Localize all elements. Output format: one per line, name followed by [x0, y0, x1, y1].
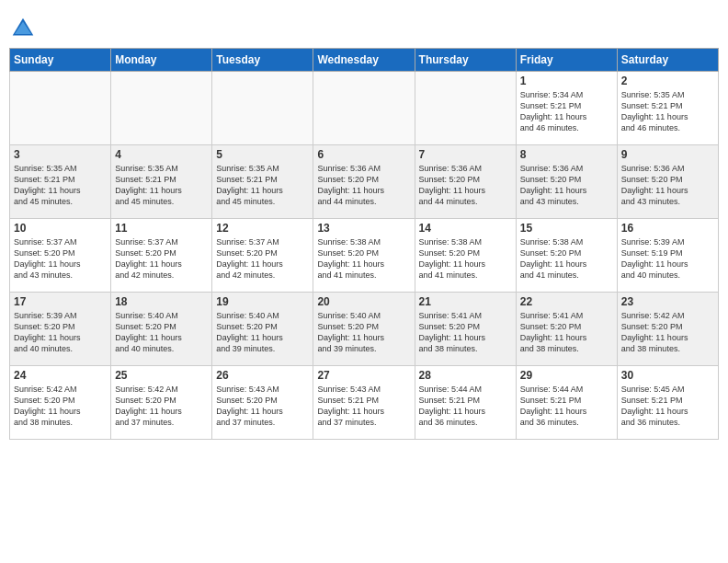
- day-info: Sunrise: 5:42 AMSunset: 5:20 PMDaylight:…: [621, 310, 714, 355]
- day-info: Sunrise: 5:43 AMSunset: 5:21 PMDaylight:…: [317, 384, 410, 429]
- calendar-cell: 13Sunrise: 5:38 AMSunset: 5:20 PMDayligh…: [313, 219, 415, 293]
- calendar-cell: [313, 72, 415, 145]
- day-number: 28: [419, 369, 512, 382]
- day-info: Sunrise: 5:40 AMSunset: 5:20 PMDaylight:…: [216, 310, 309, 355]
- calendar-cell: 3Sunrise: 5:35 AMSunset: 5:21 PMDaylight…: [10, 145, 111, 219]
- day-info: Sunrise: 5:44 AMSunset: 5:21 PMDaylight:…: [419, 384, 512, 429]
- calendar-cell: 10Sunrise: 5:37 AMSunset: 5:20 PMDayligh…: [10, 219, 111, 293]
- day-info: Sunrise: 5:37 AMSunset: 5:20 PMDaylight:…: [14, 236, 107, 282]
- calendar-cell: 4Sunrise: 5:35 AMSunset: 5:21 PMDaylight…: [111, 145, 212, 219]
- calendar-cell: 20Sunrise: 5:40 AMSunset: 5:20 PMDayligh…: [313, 293, 415, 366]
- day-number: 26: [216, 369, 309, 382]
- day-info: Sunrise: 5:34 AMSunset: 5:21 PMDaylight:…: [520, 89, 613, 134]
- day-number: 9: [621, 148, 714, 161]
- day-info: Sunrise: 5:42 AMSunset: 5:20 PMDaylight:…: [115, 384, 208, 429]
- calendar-cell: 5Sunrise: 5:35 AMSunset: 5:21 PMDaylight…: [212, 145, 313, 219]
- calendar-cell: 11Sunrise: 5:37 AMSunset: 5:20 PMDayligh…: [111, 219, 212, 293]
- day-info: Sunrise: 5:38 AMSunset: 5:20 PMDaylight:…: [520, 236, 613, 282]
- day-number: 18: [115, 295, 208, 308]
- day-info: Sunrise: 5:42 AMSunset: 5:20 PMDaylight:…: [14, 384, 107, 429]
- weekday-header-saturday: Saturday: [617, 49, 718, 72]
- day-number: 21: [419, 295, 512, 308]
- day-number: 4: [115, 148, 208, 161]
- day-info: Sunrise: 5:35 AMSunset: 5:21 PMDaylight:…: [216, 163, 309, 208]
- day-info: Sunrise: 5:43 AMSunset: 5:20 PMDaylight:…: [216, 384, 309, 429]
- weekday-header-friday: Friday: [516, 49, 617, 72]
- day-number: 23: [621, 295, 714, 308]
- weekday-header-sunday: Sunday: [10, 49, 111, 72]
- calendar-cell: 27Sunrise: 5:43 AMSunset: 5:21 PMDayligh…: [313, 366, 415, 440]
- calendar-cell: 7Sunrise: 5:36 AMSunset: 5:20 PMDaylight…: [415, 145, 516, 219]
- calendar-week-row: 24Sunrise: 5:42 AMSunset: 5:20 PMDayligh…: [10, 366, 719, 440]
- calendar-week-row: 10Sunrise: 5:37 AMSunset: 5:20 PMDayligh…: [10, 219, 719, 293]
- calendar-cell: 24Sunrise: 5:42 AMSunset: 5:20 PMDayligh…: [10, 366, 111, 440]
- calendar-cell: 9Sunrise: 5:36 AMSunset: 5:20 PMDaylight…: [617, 145, 718, 219]
- weekday-header-row: SundayMondayTuesdayWednesdayThursdayFrid…: [10, 49, 719, 72]
- calendar-week-row: 3Sunrise: 5:35 AMSunset: 5:21 PMDaylight…: [10, 145, 719, 219]
- day-number: 2: [621, 75, 714, 87]
- calendar-cell: 15Sunrise: 5:38 AMSunset: 5:20 PMDayligh…: [516, 219, 617, 293]
- calendar-cell: 6Sunrise: 5:36 AMSunset: 5:20 PMDaylight…: [313, 145, 415, 219]
- calendar-cell: 21Sunrise: 5:41 AMSunset: 5:20 PMDayligh…: [415, 293, 516, 366]
- calendar-table: SundayMondayTuesdayWednesdayThursdayFrid…: [9, 48, 719, 440]
- logo: [9, 15, 39, 42]
- calendar-cell: 12Sunrise: 5:37 AMSunset: 5:20 PMDayligh…: [212, 219, 313, 293]
- day-number: 17: [14, 295, 107, 308]
- calendar-cell: 28Sunrise: 5:44 AMSunset: 5:21 PMDayligh…: [415, 366, 516, 440]
- calendar-cell: 14Sunrise: 5:38 AMSunset: 5:20 PMDayligh…: [415, 219, 516, 293]
- day-info: Sunrise: 5:35 AMSunset: 5:21 PMDaylight:…: [115, 163, 208, 208]
- logo-icon: [9, 15, 37, 42]
- day-number: 1: [520, 75, 613, 87]
- calendar-cell: 16Sunrise: 5:39 AMSunset: 5:19 PMDayligh…: [617, 219, 718, 293]
- day-info: Sunrise: 5:37 AMSunset: 5:20 PMDaylight:…: [216, 236, 309, 282]
- day-info: Sunrise: 5:40 AMSunset: 5:20 PMDaylight:…: [317, 310, 410, 355]
- calendar-cell: 22Sunrise: 5:41 AMSunset: 5:20 PMDayligh…: [516, 293, 617, 366]
- calendar-cell: 1Sunrise: 5:34 AMSunset: 5:21 PMDaylight…: [516, 72, 617, 145]
- day-number: 29: [520, 369, 613, 382]
- day-info: Sunrise: 5:35 AMSunset: 5:21 PMDaylight:…: [621, 89, 714, 134]
- page-header: [9, 9, 719, 42]
- day-number: 8: [520, 148, 613, 161]
- calendar-cell: 23Sunrise: 5:42 AMSunset: 5:20 PMDayligh…: [617, 293, 718, 366]
- calendar-cell: 2Sunrise: 5:35 AMSunset: 5:21 PMDaylight…: [617, 72, 718, 145]
- day-number: 5: [216, 148, 309, 161]
- day-number: 25: [115, 369, 208, 382]
- weekday-header-thursday: Thursday: [415, 49, 516, 72]
- day-info: Sunrise: 5:41 AMSunset: 5:20 PMDaylight:…: [520, 310, 613, 355]
- day-number: 24: [14, 369, 107, 382]
- day-info: Sunrise: 5:35 AMSunset: 5:21 PMDaylight:…: [14, 163, 107, 208]
- day-number: 3: [14, 148, 107, 161]
- day-number: 14: [419, 222, 512, 235]
- day-number: 20: [317, 295, 410, 308]
- day-info: Sunrise: 5:37 AMSunset: 5:20 PMDaylight:…: [115, 236, 208, 282]
- calendar-cell: 19Sunrise: 5:40 AMSunset: 5:20 PMDayligh…: [212, 293, 313, 366]
- calendar-cell: [111, 72, 212, 145]
- day-info: Sunrise: 5:39 AMSunset: 5:19 PMDaylight:…: [621, 236, 714, 282]
- calendar-week-row: 1Sunrise: 5:34 AMSunset: 5:21 PMDaylight…: [10, 72, 719, 145]
- calendar-cell: 29Sunrise: 5:44 AMSunset: 5:21 PMDayligh…: [516, 366, 617, 440]
- calendar-cell: 17Sunrise: 5:39 AMSunset: 5:20 PMDayligh…: [10, 293, 111, 366]
- day-info: Sunrise: 5:36 AMSunset: 5:20 PMDaylight:…: [520, 163, 613, 208]
- day-number: 15: [520, 222, 613, 235]
- day-info: Sunrise: 5:36 AMSunset: 5:20 PMDaylight:…: [621, 163, 714, 208]
- calendar-cell: 18Sunrise: 5:40 AMSunset: 5:20 PMDayligh…: [111, 293, 212, 366]
- calendar-cell: [212, 72, 313, 145]
- day-number: 30: [621, 369, 714, 382]
- day-info: Sunrise: 5:45 AMSunset: 5:21 PMDaylight:…: [621, 384, 714, 429]
- day-info: Sunrise: 5:40 AMSunset: 5:20 PMDaylight:…: [115, 310, 208, 355]
- day-number: 11: [115, 222, 208, 235]
- day-info: Sunrise: 5:39 AMSunset: 5:20 PMDaylight:…: [14, 310, 107, 355]
- day-number: 6: [317, 148, 410, 161]
- day-number: 16: [621, 222, 714, 235]
- day-info: Sunrise: 5:38 AMSunset: 5:20 PMDaylight:…: [419, 236, 512, 282]
- weekday-header-wednesday: Wednesday: [313, 49, 415, 72]
- day-info: Sunrise: 5:41 AMSunset: 5:20 PMDaylight:…: [419, 310, 512, 355]
- day-info: Sunrise: 5:38 AMSunset: 5:20 PMDaylight:…: [317, 236, 410, 282]
- day-number: 27: [317, 369, 410, 382]
- day-number: 10: [14, 222, 107, 235]
- calendar-cell: 30Sunrise: 5:45 AMSunset: 5:21 PMDayligh…: [617, 366, 718, 440]
- calendar-cell: 8Sunrise: 5:36 AMSunset: 5:20 PMDaylight…: [516, 145, 617, 219]
- day-number: 22: [520, 295, 613, 308]
- calendar-cell: 25Sunrise: 5:42 AMSunset: 5:20 PMDayligh…: [111, 366, 212, 440]
- day-number: 7: [419, 148, 512, 161]
